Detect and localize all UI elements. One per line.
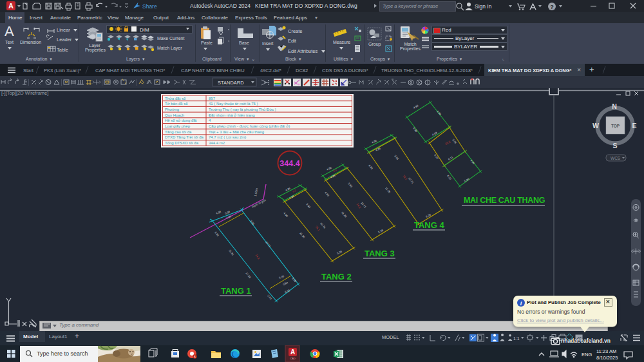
svg-text:10.71: 10.71 bbox=[360, 201, 367, 209]
svg-text:6.28: 6.28 bbox=[425, 213, 431, 218]
svg-text:5.92: 5.92 bbox=[214, 231, 220, 238]
svg-text:Loại giấy phép: Loại giấy phép bbox=[165, 124, 191, 128]
svg-text:41 ( Nay thuộc tờ mới là 75 ): 41 ( Nay thuộc tờ mới là 75 ) bbox=[209, 102, 258, 106]
svg-text:3.93: 3.93 bbox=[249, 220, 255, 226]
svg-text:74.7: 74.7 bbox=[314, 225, 321, 232]
svg-text:TOP: TOP bbox=[611, 124, 620, 128]
svg-text:Cấp phép chính - được hoàn côn: Cấp phép chính - được hoàn công (phần đấ… bbox=[209, 124, 290, 128]
svg-text:4.93: 4.93 bbox=[324, 191, 330, 197]
svg-text:S: S bbox=[612, 142, 617, 149]
svg-text:STANDARD: STANDARD bbox=[218, 80, 244, 86]
svg-text:Phường: Phường bbox=[165, 108, 179, 111]
svg-text:5.06: 5.06 bbox=[464, 177, 470, 183]
svg-text:25.5: 25.5 bbox=[444, 140, 451, 146]
svg-text:4.98: 4.98 bbox=[215, 210, 222, 215]
svg-text:Hệ số sử dụng đất: Hệ số sử dụng đất bbox=[165, 119, 197, 122]
svg-text:74.1: 74.1 bbox=[402, 175, 408, 181]
svg-text:897: 897 bbox=[209, 97, 216, 100]
svg-text:77.38: 77.38 bbox=[245, 272, 252, 280]
svg-text:74.2: 74.2 bbox=[254, 254, 261, 260]
svg-text:Trệt + 3 lầu + Mái che cầu tha: Trệt + 3 lầu + Mái che cầu thang bbox=[209, 130, 264, 134]
svg-text:Trường Thọ ( nay là phường Thủ: Trường Thọ ( nay là phường Thủ Đức ) bbox=[209, 108, 276, 111]
svg-text:11.26: 11.26 bbox=[384, 187, 392, 195]
svg-text:TANG 1: TANG 1 bbox=[221, 286, 251, 296]
svg-text:CAD: CAD bbox=[290, 357, 296, 360]
svg-text:11.26: 11.26 bbox=[299, 231, 306, 239]
svg-text:4.95: 4.95 bbox=[225, 214, 232, 220]
svg-text:6.20: 6.20 bbox=[433, 154, 439, 160]
svg-text:ENG: ENG bbox=[582, 352, 592, 357]
svg-text:4.93: 4.93 bbox=[283, 211, 289, 218]
svg-text:4.98: 4.98 bbox=[412, 127, 418, 133]
svg-text:11.91: 11.91 bbox=[228, 249, 235, 257]
svg-text:TANG 4: TANG 4 bbox=[414, 220, 444, 230]
svg-text:11.28: 11.28 bbox=[341, 211, 348, 218]
svg-text:344.4 m2: 344.4 m2 bbox=[209, 141, 225, 145]
svg-text:Thửa đất số: Thửa đất số bbox=[165, 97, 186, 100]
svg-text:1:1: 1:1 bbox=[513, 336, 520, 341]
svg-text:3.93: 3.93 bbox=[347, 182, 354, 188]
svg-text:4.09: 4.09 bbox=[431, 131, 438, 137]
svg-text:344.4: 344.4 bbox=[279, 159, 299, 168]
svg-text:Đất nhóm nhà ở hiện trạng: Đất nhóm nhà ở hiện trạng bbox=[209, 113, 255, 117]
svg-text:5.2: 5.2 bbox=[332, 168, 337, 173]
svg-text:Sign In: Sign In bbox=[475, 3, 492, 10]
svg-text:W: W bbox=[592, 122, 599, 129]
svg-text:6.02: 6.02 bbox=[284, 289, 290, 294]
svg-text:1.53m: 1.53m bbox=[254, 188, 258, 196]
svg-text:?: ? bbox=[550, 4, 554, 10]
svg-text:6.93: 6.93 bbox=[368, 164, 374, 171]
svg-text:4.96: 4.96 bbox=[326, 166, 332, 171]
svg-text:TANG 3: TANG 3 bbox=[365, 249, 395, 258]
svg-text:10.71: 10.71 bbox=[265, 241, 272, 249]
svg-text:DTXD Tầng Trệt tối đa: DTXD Tầng Trệt tối đa bbox=[165, 135, 204, 139]
svg-text:Type here to search: Type here to search bbox=[37, 350, 88, 357]
svg-text:74.7 m2 ( Lùi sau 2m): 74.7 m2 ( Lùi sau 2m) bbox=[209, 135, 246, 139]
svg-text:3.93: 3.93 bbox=[305, 202, 312, 209]
svg-text:WCS: WCS bbox=[611, 156, 621, 160]
svg-text:Tầng cao tối đa: Tầng cao tối đa bbox=[165, 130, 192, 134]
svg-text:Tổng DTSXD tối đa: Tổng DTSXD tối đa bbox=[165, 141, 199, 145]
svg-text:4.95: 4.95 bbox=[375, 147, 381, 152]
svg-text:10.71: 10.71 bbox=[319, 222, 327, 229]
svg-text:A: A bbox=[8, 2, 14, 10]
svg-text:6.99: 6.99 bbox=[436, 110, 442, 117]
svg-text:3.93: 3.93 bbox=[393, 155, 399, 161]
svg-text:Tờ bản đồ số: Tờ bản đồ số bbox=[165, 102, 188, 106]
svg-text:E: E bbox=[632, 122, 636, 129]
svg-text:4.96: 4.96 bbox=[413, 104, 419, 110]
svg-text:11:23 AM: 11:23 AM bbox=[596, 348, 616, 354]
svg-text:[-][Top][2D Wireframe]: [-][Top][2D Wireframe] bbox=[1, 90, 48, 96]
svg-text:Quy Hoạch: Quy Hoạch bbox=[165, 113, 184, 117]
svg-text:Rạch lo giới: Rạch lo giới bbox=[251, 198, 267, 209]
svg-text:TANG 2: TANG 2 bbox=[321, 272, 352, 281]
svg-text:4.95: 4.95 bbox=[330, 174, 336, 179]
svg-text:5.26: 5.26 bbox=[278, 274, 285, 280]
svg-text:2.00: 2.00 bbox=[267, 294, 272, 301]
svg-text:10.71: 10.71 bbox=[408, 177, 415, 185]
svg-text:DIM: DIM bbox=[140, 27, 149, 33]
svg-text:8/10/2025: 8/10/2025 bbox=[596, 355, 618, 361]
svg-text:5.28: 5.28 bbox=[336, 250, 343, 255]
svg-text:Gần: Gần bbox=[282, 281, 289, 286]
svg-text:MAI CHE CAU THANG: MAI CHE CAU THANG bbox=[464, 196, 545, 205]
svg-text:Share: Share bbox=[142, 3, 157, 10]
svg-text:N: N bbox=[612, 102, 617, 110]
svg-text:A: A bbox=[290, 348, 295, 356]
svg-text:4.96: 4.96 bbox=[285, 187, 291, 192]
